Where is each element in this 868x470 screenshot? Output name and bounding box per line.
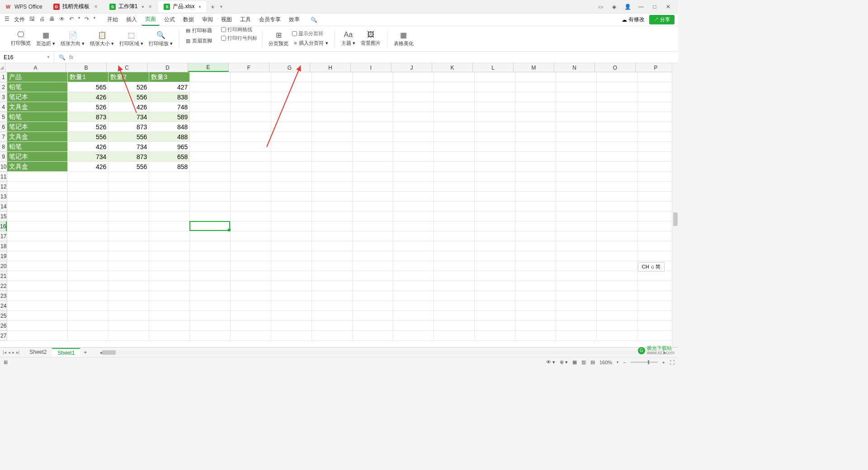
cell[interactable] <box>434 261 475 271</box>
redo-dropdown-icon[interactable]: ▾ <box>93 15 96 24</box>
cell[interactable] <box>637 112 672 122</box>
cell[interactable] <box>231 331 271 341</box>
cell[interactable]: 526 <box>108 82 149 92</box>
cell[interactable] <box>637 331 672 341</box>
cell[interactable] <box>515 132 556 142</box>
cell[interactable] <box>393 321 434 331</box>
cell[interactable] <box>353 102 393 112</box>
cell[interactable] <box>434 221 475 231</box>
cell[interactable] <box>68 221 108 231</box>
cell[interactable] <box>108 221 149 231</box>
cell[interactable] <box>108 301 149 311</box>
view-page-icon[interactable]: ▥ <box>581 359 586 365</box>
cell[interactable] <box>353 261 393 271</box>
cell[interactable] <box>637 231 672 241</box>
cell[interactable] <box>515 241 556 251</box>
cell[interactable] <box>393 281 434 291</box>
cell[interactable] <box>190 311 231 321</box>
cell[interactable]: 426 <box>68 142 108 152</box>
cell[interactable] <box>475 331 515 341</box>
cell[interactable]: 文具盒 <box>7 162 68 172</box>
col-header-K[interactable]: K <box>432 63 473 72</box>
fullscreen-icon[interactable]: ⛶ <box>670 360 675 365</box>
cell[interactable] <box>556 291 597 301</box>
cell[interactable] <box>597 182 637 192</box>
cell[interactable] <box>312 281 353 291</box>
cell[interactable]: 488 <box>149 132 190 142</box>
cell[interactable] <box>231 311 271 321</box>
cell[interactable] <box>515 271 556 281</box>
cell[interactable] <box>7 202 68 212</box>
cell[interactable] <box>434 331 475 341</box>
cell[interactable] <box>108 251 149 261</box>
cell[interactable] <box>312 82 353 92</box>
cell[interactable] <box>475 212 515 221</box>
cell[interactable] <box>68 281 108 291</box>
cell[interactable] <box>556 311 597 321</box>
cell[interactable] <box>556 112 597 122</box>
row-header-14[interactable]: 14 <box>0 202 7 212</box>
status-icon[interactable]: ⊞ <box>4 359 8 365</box>
cell[interactable] <box>312 321 353 331</box>
menu-数据[interactable]: 数据 <box>179 14 198 25</box>
cell[interactable] <box>434 281 475 291</box>
cell[interactable] <box>637 321 672 331</box>
cell[interactable] <box>556 132 597 142</box>
cell[interactable] <box>597 162 637 172</box>
cell[interactable] <box>434 192 475 202</box>
cell[interactable] <box>515 291 556 301</box>
cell[interactable] <box>353 231 393 241</box>
cell[interactable] <box>515 221 556 231</box>
cell[interactable] <box>393 271 434 281</box>
cell[interactable] <box>7 241 68 251</box>
cell[interactable] <box>149 241 190 251</box>
cell[interactable] <box>312 112 353 122</box>
row-header-6[interactable]: 6 <box>0 122 7 132</box>
cell[interactable] <box>190 102 231 112</box>
cell[interactable] <box>312 142 353 152</box>
cell[interactable]: 427 <box>149 82 190 92</box>
cell[interactable] <box>353 152 393 162</box>
cell[interactable] <box>7 261 68 271</box>
cell[interactable] <box>271 182 312 192</box>
cell[interactable] <box>312 172 353 182</box>
menu-视图[interactable]: 视图 <box>217 14 236 25</box>
cell[interactable] <box>637 172 672 182</box>
cell[interactable]: 556 <box>108 132 149 142</box>
close-button[interactable]: ✕ <box>665 4 672 10</box>
cell[interactable]: 838 <box>149 92 190 102</box>
cell[interactable] <box>393 221 434 231</box>
document-tab-2[interactable]: S产品.xlsx <box>158 1 206 12</box>
cell[interactable] <box>556 231 597 241</box>
row-header-27[interactable]: 27 <box>0 331 7 341</box>
cell[interactable] <box>393 162 434 172</box>
row-header-26[interactable]: 26 <box>0 321 7 331</box>
cell[interactable] <box>231 92 271 102</box>
cell[interactable] <box>434 92 475 102</box>
cell[interactable] <box>7 321 68 331</box>
cell[interactable] <box>475 132 515 142</box>
cell[interactable] <box>434 112 475 122</box>
cell[interactable]: 铅笔 <box>7 112 68 122</box>
row-header-12[interactable]: 12 <box>0 182 7 192</box>
cell[interactable] <box>556 92 597 102</box>
cell[interactable] <box>475 82 515 92</box>
col-header-H[interactable]: H <box>310 63 351 72</box>
cell[interactable]: 笔记本 <box>7 92 68 102</box>
row-header-23[interactable]: 23 <box>0 291 7 301</box>
cell[interactable] <box>393 231 434 241</box>
col-header-D[interactable]: D <box>147 63 188 72</box>
cell[interactable] <box>353 172 393 182</box>
cell[interactable]: 734 <box>108 112 149 122</box>
sheet-tab-Sheet2[interactable]: Sheet2 <box>24 348 52 357</box>
cell[interactable] <box>68 202 108 212</box>
cell[interactable] <box>231 221 271 231</box>
cell[interactable] <box>475 102 515 112</box>
cell[interactable] <box>515 122 556 132</box>
cell[interactable] <box>149 172 190 182</box>
cell[interactable] <box>556 251 597 261</box>
cell[interactable] <box>434 251 475 261</box>
row-header-21[interactable]: 21 <box>0 271 7 281</box>
cell[interactable] <box>475 142 515 152</box>
cell[interactable] <box>7 331 68 341</box>
